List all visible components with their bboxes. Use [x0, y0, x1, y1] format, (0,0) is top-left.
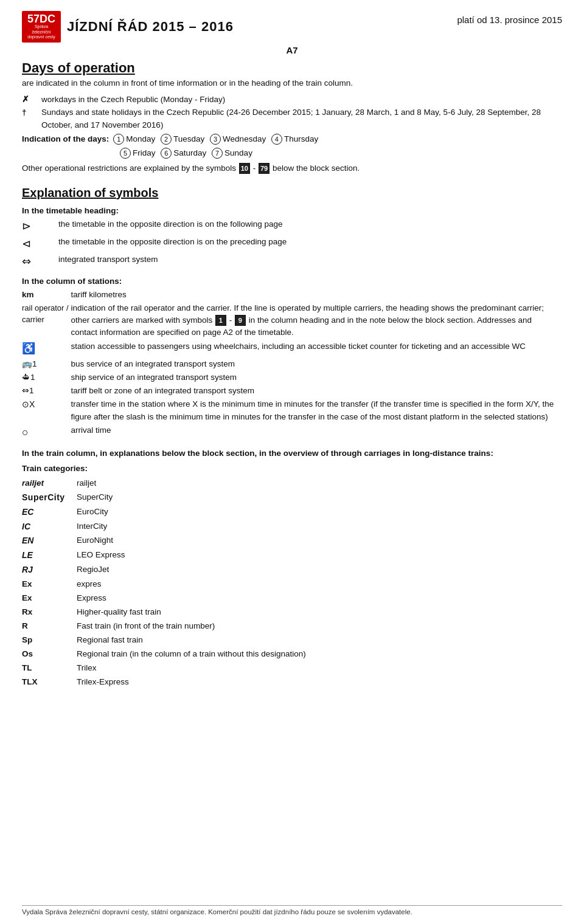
- cat-r-label: Fast train (in front of the train number…: [77, 619, 311, 633]
- day-3-label: Wednesday: [223, 133, 266, 146]
- ex-upper-icon: Ex: [22, 593, 32, 602]
- timetable-heading-table: ⊳ the timetable in the opposite directio…: [22, 218, 562, 271]
- railjet-icon: railjet: [22, 478, 44, 488]
- le-icon: LE: [22, 550, 33, 560]
- page: 57DC Správaželezničnídopravní cesty JÍZD…: [0, 0, 584, 924]
- day-4-label: Thursday: [284, 133, 318, 146]
- cat-railjet: railjet railjet: [22, 477, 311, 491]
- train-column-text: In the train column, in explanations bel…: [22, 449, 493, 458]
- train-categories-table: railjet railjet SuperCity SuperCity EC E…: [22, 477, 311, 689]
- ex-lower-icon: Ex: [22, 579, 32, 588]
- timetable-sym-3: ⇔: [22, 253, 58, 271]
- cat-ic-sym: IC: [22, 520, 77, 534]
- bus-sym: 🚌1: [22, 357, 71, 371]
- tl-icon: TL: [22, 663, 32, 672]
- cat-ec: EC EuroCity: [22, 505, 311, 520]
- tlx-icon: TLX: [22, 677, 38, 686]
- cat-tl-label: Trilex: [77, 661, 311, 675]
- rail-sym-from: 1: [215, 315, 226, 326]
- workdays-text: workdays in the Czech Republic (Monday -…: [41, 94, 225, 106]
- stations-table: km tariff kilometres rail operator /carr…: [22, 288, 562, 441]
- range-suffix: below the block section.: [273, 164, 360, 173]
- indication-row-2: 5 Friday 6 Saturday 7 Sunday: [119, 147, 562, 160]
- transfer-sym: ⊙X: [22, 398, 71, 424]
- cat-ex-upper: Ex Express: [22, 591, 311, 605]
- explanation-section: Explanation of symbols In the timetable …: [22, 186, 562, 689]
- wheelchair-sym: ♿: [22, 340, 71, 357]
- logo-sub: Správaželezničnídopravní cesty: [27, 24, 55, 40]
- sp-icon: Sp: [22, 635, 32, 644]
- day-7: 7: [212, 148, 223, 159]
- cat-en-sym: EN: [22, 534, 77, 548]
- day-3: 3: [210, 134, 221, 145]
- other-restrictions-text: Other operational restrictions are expla…: [22, 164, 236, 173]
- arrival-text: arrival time: [71, 424, 562, 441]
- sundays-symbol: †: [22, 106, 35, 119]
- supercity-icon: SuperCity: [22, 492, 65, 502]
- day-6-label: Saturday: [173, 147, 206, 160]
- header-title: JÍZDNÍ ŘÁD 2015 – 2016: [67, 19, 234, 35]
- cat-ex-lower-sym: Ex: [22, 578, 77, 591]
- sundays-row: † Sundays and state holidays in the Czec…: [22, 106, 562, 132]
- ship-text: ship service of an integrated transport …: [71, 371, 562, 384]
- cat-r-sym: R: [22, 619, 77, 633]
- os-icon: Os: [22, 649, 33, 658]
- cat-en: EN EuroNight: [22, 534, 311, 548]
- cat-rx-label: Higher-quality fast train: [77, 605, 311, 619]
- day-2-label: Tuesday: [173, 133, 204, 146]
- cat-ic: IC InterCity: [22, 520, 311, 534]
- rail-operator-text: indication of the rail operator and the …: [71, 302, 562, 340]
- explanation-title: Explanation of symbols: [22, 186, 562, 200]
- cat-tl-sym: TL: [22, 661, 77, 675]
- cat-sp-sym: Sp: [22, 633, 77, 647]
- timetable-heading-label: In the timetable heading:: [22, 206, 562, 215]
- transfer-row: ⊙X transfer time in the station where X …: [22, 398, 562, 424]
- r-icon: R: [22, 621, 28, 630]
- cat-ex-upper-sym: Ex: [22, 591, 77, 605]
- sundays-text: Sundays and state holidays in the Czech …: [41, 106, 562, 132]
- days-of-operation-title: Days of operation: [22, 60, 562, 76]
- cat-rx-sym: Rx: [22, 605, 77, 619]
- rail-operator-sym: rail operator /carrier: [22, 302, 71, 340]
- wheelchair-row: ♿ station accessible to passengers using…: [22, 340, 562, 357]
- cat-ex-upper-label: Express: [77, 591, 311, 605]
- day-4: 4: [271, 134, 282, 145]
- timetable-text-2: the timetable in the opposite direction …: [58, 235, 562, 253]
- timetable-item-2: ⊲ the timetable in the opposite directio…: [22, 235, 562, 253]
- workdays-row: ✗ workdays in the Czech Republic (Monday…: [22, 94, 562, 106]
- arrival-row: ○ arrival time: [22, 424, 562, 441]
- rj-icon: RJ: [22, 565, 33, 574]
- day-1-label: Monday: [126, 133, 155, 146]
- cat-ec-label: EuroCity: [77, 505, 311, 520]
- day-6: 6: [161, 148, 172, 159]
- header-valid: platí od 13. prosince 2015: [457, 11, 562, 25]
- timetable-item-1: ⊳ the timetable in the opposite directio…: [22, 218, 562, 235]
- cat-tl: TL Trilex: [22, 661, 311, 675]
- train-categories-label: Train categories:: [22, 464, 562, 473]
- days-op-block: ✗ workdays in the Czech Republic (Monday…: [22, 94, 562, 175]
- range-dash: -: [253, 164, 258, 173]
- cat-ic-label: InterCity: [77, 520, 311, 534]
- timetable-sym-2: ⊲: [22, 235, 58, 253]
- bus-text: bus service of an integrated transport s…: [71, 357, 562, 371]
- cat-ex-lower-label: expres: [77, 578, 311, 591]
- page-label: A7: [22, 45, 562, 55]
- cat-rj-label: RegioJet: [77, 563, 311, 578]
- rail-sym-to: 9: [235, 315, 246, 326]
- cat-os: Os Regional train (in the column of a tr…: [22, 647, 311, 661]
- cat-rj: RJ RegioJet: [22, 563, 311, 578]
- ship-row: ⛴1 ship service of an integrated transpo…: [22, 371, 562, 384]
- logo: 57DC Správaželezničnídopravní cesty: [22, 11, 61, 43]
- day-2: 2: [161, 134, 172, 145]
- transfer-text: transfer time in the station where X is …: [71, 398, 562, 424]
- range-from: 10: [239, 163, 250, 174]
- day-7-label: Sunday: [224, 147, 252, 160]
- cat-tlx-sym: TLX: [22, 675, 77, 689]
- cat-ex-lower: Ex expres: [22, 578, 311, 591]
- arrival-sym: ○: [22, 424, 71, 441]
- column-stations-label: In the column of stations:: [22, 277, 562, 286]
- tariff-row: ⇔1 tariff belt or zone of an integrated …: [22, 384, 562, 398]
- en-icon: EN: [22, 536, 33, 545]
- cat-le-sym: LE: [22, 548, 77, 563]
- cat-rx: Rx Higher-quality fast train: [22, 605, 311, 619]
